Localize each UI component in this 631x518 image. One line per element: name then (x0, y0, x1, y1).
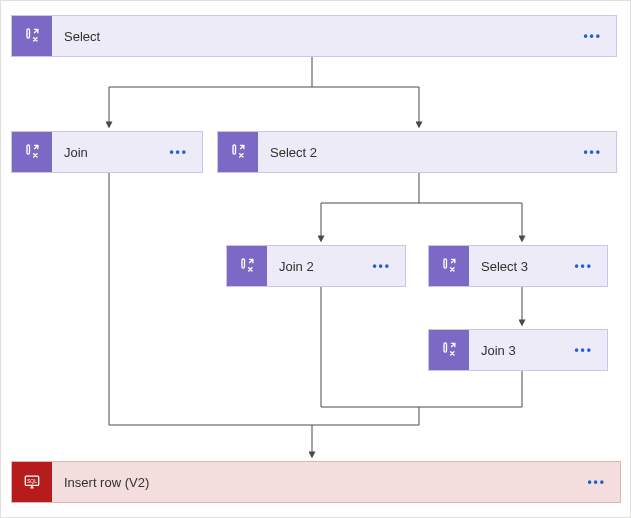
data-operations-icon (227, 246, 267, 286)
data-operations-icon (12, 132, 52, 172)
flow-canvas: Select Join Select 2 (0, 0, 631, 518)
svg-text:SQL: SQL (27, 478, 37, 484)
node-join[interactable]: Join (11, 131, 203, 173)
node-insert-row[interactable]: SQL Insert row (V2) (11, 461, 621, 503)
node-label: Select (52, 29, 569, 44)
node-label: Select 3 (469, 259, 560, 274)
data-operations-icon (12, 16, 52, 56)
data-operations-icon (429, 330, 469, 370)
node-join-2[interactable]: Join 2 (226, 245, 406, 287)
node-select-3[interactable]: Select 3 (428, 245, 608, 287)
node-label: Join 2 (267, 259, 358, 274)
node-select[interactable]: Select (11, 15, 617, 57)
data-operations-icon (429, 246, 469, 286)
node-label: Join (52, 145, 155, 160)
node-label: Select 2 (258, 145, 569, 160)
node-label: Join 3 (469, 343, 560, 358)
data-operations-icon (218, 132, 258, 172)
node-label: Insert row (V2) (52, 475, 573, 490)
sql-icon: SQL (12, 462, 52, 502)
node-select-2[interactable]: Select 2 (217, 131, 617, 173)
node-join-3[interactable]: Join 3 (428, 329, 608, 371)
